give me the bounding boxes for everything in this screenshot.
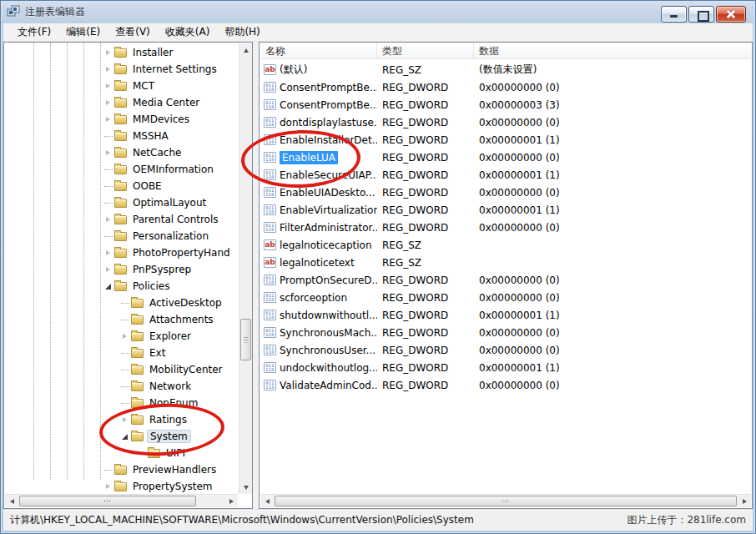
tree-item-explorer[interactable]: Explorer	[5, 328, 239, 345]
column-header-type[interactable]: 类型	[377, 43, 474, 58]
table-row[interactable]: 011110ValidateAdminCod...REG_DWORD0x0000…	[260, 376, 751, 394]
table-row[interactable]: 011110PromptOnSecureD...REG_DWORD0x00000…	[260, 271, 751, 289]
expander-collapsed-icon[interactable]	[103, 100, 113, 105]
expander-collapsed-icon[interactable]	[103, 117, 113, 122]
expander-expanded-icon[interactable]	[119, 434, 130, 440]
tree-item-uipi[interactable]: UIPI	[5, 445, 239, 461]
table-row[interactable]: 011110ConsentPromptBe...REG_DWORD0x00000…	[260, 78, 751, 96]
column-header-data[interactable]: 数据	[474, 43, 751, 58]
table-row[interactable]: 011110FilterAdministrator...REG_DWORD0x0…	[260, 219, 751, 236]
scroll-left-button[interactable]	[5, 495, 18, 507]
tree-item-oobe[interactable]: OOBE	[5, 178, 239, 194]
tree-item-personalization[interactable]: Personalization	[5, 228, 239, 244]
tree-item-policies[interactable]: Policies	[5, 278, 239, 295]
folder-icon	[114, 98, 127, 108]
scroll-left-button[interactable]	[260, 495, 274, 507]
title-bar[interactable]: 注册表编辑器	[0, 0, 756, 23]
tree-item-media-center[interactable]: Media Center	[5, 94, 239, 111]
table-row[interactable]: 011110SynchronousMach...REG_DWORD0x00000…	[260, 324, 751, 341]
registry-tree-panel: Installer Internet Settings MCT Media Ce…	[3, 42, 253, 509]
reg-dword-icon: 011110	[264, 327, 276, 338]
table-row[interactable]: legalnoticetextREG_SZ	[260, 254, 751, 271]
menu-favorites[interactable]: 收藏夹(A)	[158, 23, 218, 42]
tree-item-previewhandlers[interactable]: PreviewHandlers	[5, 461, 239, 478]
arrow-left-icon	[265, 499, 270, 504]
expander-collapsed-icon[interactable]	[103, 250, 113, 255]
tree-item-system[interactable]: System	[5, 428, 239, 445]
folder-icon	[131, 332, 144, 341]
tree-vscroll-thumb[interactable]	[240, 319, 251, 360]
menu-edit[interactable]: 编辑(E)	[58, 23, 108, 42]
table-row[interactable]: 011110EnableSecureUIAP...REG_DWORD0x0000…	[260, 166, 751, 184]
expander-collapsed-icon[interactable]	[119, 334, 130, 339]
tree-item-pnpsysprep[interactable]: PnPSysprep	[5, 261, 239, 278]
table-row-selected-enablelua[interactable]: 011110EnableLUAREG_DWORD0x00000000 (0)	[260, 149, 751, 166]
list-horizontal-scrollbar[interactable]	[260, 494, 751, 507]
tree-item-ratings[interactable]: Ratings	[5, 411, 239, 428]
table-row[interactable]: 011110scforceoptionREG_DWORD0x00000000 (…	[260, 289, 751, 306]
tree-hscroll-thumb[interactable]	[19, 496, 196, 506]
tree-item-mobilitycenter[interactable]: MobilityCenter	[5, 361, 239, 378]
tree-item-propertysystem[interactable]: PropertySystem	[5, 478, 239, 494]
reg-sz-icon	[264, 239, 276, 250]
expander-collapsed-icon[interactable]	[119, 417, 130, 422]
minimize-button[interactable]	[661, 6, 687, 23]
tree-item-parental-controls[interactable]: Parental Controls	[5, 211, 239, 228]
tree-horizontal-scrollbar[interactable]	[5, 494, 238, 507]
tree-item-oeminformation[interactable]: OEMInformation	[5, 161, 239, 178]
list-hscroll-thumb[interactable]	[275, 496, 737, 506]
expander-collapsed-icon[interactable]	[103, 484, 113, 489]
expander-expanded-icon[interactable]	[103, 284, 113, 290]
table-row[interactable]: (默认)REG_SZ(数值未设置)	[260, 61, 751, 78]
tree-item-internet-settings[interactable]: Internet Settings	[5, 61, 239, 78]
table-row[interactable]: 011110ConsentPromptBe...REG_DWORD0x00000…	[260, 96, 751, 113]
tree-item-mct[interactable]: MCT	[5, 78, 239, 94]
scroll-right-button[interactable]	[224, 495, 238, 507]
menu-help[interactable]: 帮助(H)	[217, 23, 267, 42]
close-button[interactable]	[716, 6, 746, 23]
expander-collapsed-icon[interactable]	[103, 267, 113, 272]
table-row[interactable]: 011110undockwithoutlog...REG_DWORD0x0000…	[260, 359, 751, 376]
reg-dword-icon: 011110	[264, 204, 276, 215]
tree-item-mssha[interactable]: MSSHA	[5, 128, 239, 144]
scroll-up-button[interactable]	[239, 43, 252, 57]
expander-collapsed-icon[interactable]	[103, 150, 113, 155]
tree-item-optimallayout[interactable]: OptimalLayout	[5, 194, 239, 211]
scroll-down-button[interactable]	[239, 481, 252, 494]
tree-item-network[interactable]: Network	[5, 378, 239, 395]
arrow-right-icon	[743, 499, 747, 504]
menu-file[interactable]: 文件(F)	[10, 23, 58, 42]
reg-dword-icon: 011110	[264, 275, 276, 285]
tree-item-netcache[interactable]: NetCache	[5, 144, 239, 161]
tree-vertical-scrollbar[interactable]	[239, 43, 252, 494]
folder-icon	[114, 115, 127, 124]
tree-connector	[103, 186, 113, 187]
expander-collapsed-icon[interactable]	[103, 83, 113, 88]
registry-values-panel: 名称 类型 数据 (默认)REG_SZ(数值未设置) 011110Consent…	[259, 42, 753, 509]
tree-item-ext[interactable]: Ext	[5, 345, 239, 361]
table-row[interactable]: 011110SynchronousUser...REG_DWORD0x00000…	[260, 341, 751, 359]
expander-collapsed-icon[interactable]	[103, 217, 113, 222]
table-row[interactable]: 011110dontdisplaylastuse...REG_DWORD0x00…	[260, 113, 751, 131]
tree-item-activedesktop[interactable]: ActiveDesktop	[5, 295, 239, 311]
tree-connector	[119, 386, 130, 387]
tree-connector	[136, 453, 147, 454]
table-row[interactable]: legalnoticecaptionREG_SZ	[260, 236, 751, 254]
menu-view[interactable]: 查看(V)	[108, 23, 158, 42]
table-row[interactable]: 011110EnableVirtualizationREG_DWORD0x000…	[260, 201, 751, 219]
expander-collapsed-icon[interactable]	[103, 67, 113, 72]
maximize-button[interactable]	[688, 6, 714, 23]
tree-item-photopropertyhandlers[interactable]: PhotoPropertyHand	[5, 244, 239, 261]
scroll-right-button[interactable]	[738, 495, 751, 507]
table-row[interactable]: 011110shutdownwithoutl...REG_DWORD0x0000…	[260, 306, 751, 324]
table-row[interactable]: 011110EnableInstallerDet...REG_DWORD0x00…	[260, 131, 751, 149]
tree-content: Installer Internet Settings MCT Media Ce…	[5, 43, 239, 494]
column-header-name[interactable]: 名称	[260, 43, 377, 58]
folder-icon	[131, 315, 144, 325]
tree-item-installer[interactable]: Installer	[5, 44, 239, 61]
tree-item-attachments[interactable]: Attachments	[5, 311, 239, 328]
table-row[interactable]: 011110EnableUIADeskto...REG_DWORD0x00000…	[260, 184, 751, 201]
tree-item-mmdevices[interactable]: MMDevices	[5, 111, 239, 128]
expander-collapsed-icon[interactable]	[103, 50, 113, 55]
tree-item-nonenum[interactable]: NonEnum	[5, 395, 239, 411]
